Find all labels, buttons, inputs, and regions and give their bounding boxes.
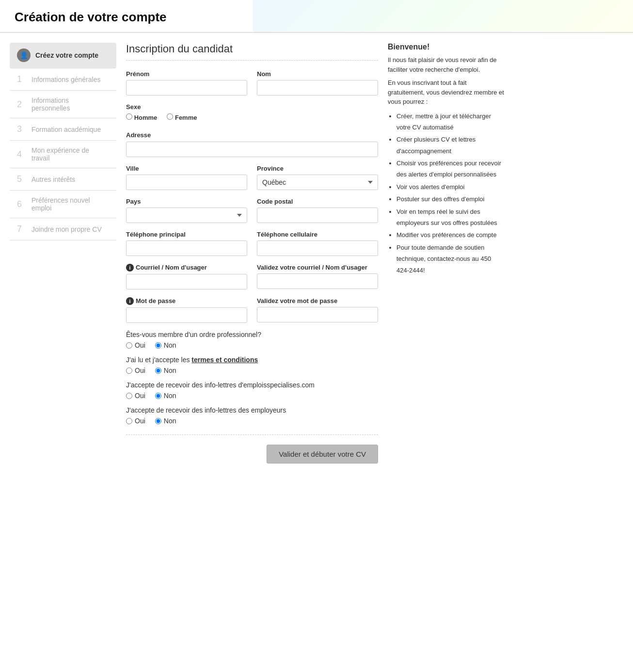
courriel-input[interactable] [126, 274, 247, 289]
sexe-radio-group: Homme Femme [126, 113, 378, 124]
password-group: iMot de passe [126, 297, 247, 323]
courriel-confirm-input[interactable] [257, 273, 378, 289]
province-select[interactable]: Québec Ontario Alberta Colombie-Britanni… [257, 175, 378, 190]
sidebar-item-create-account[interactable]: 👤 Créez votre compte [10, 43, 116, 68]
termes-non[interactable]: Non [155, 367, 176, 374]
infolettres-employeurs-oui[interactable]: Oui [126, 417, 145, 425]
form-title: Inscription du candidat [126, 43, 378, 61]
infolettres-emplois-non-input[interactable] [155, 393, 161, 399]
bullet-4: Voir vos alertes d'emploi [396, 181, 504, 192]
password-confirm-label: Validez votre mot de passe [257, 297, 378, 304]
infolettres-employeurs-oui-input[interactable] [126, 418, 132, 424]
tel-cellulaire-input[interactable] [257, 240, 378, 256]
sidebar-item-personal-info[interactable]: 2 Informations personnelles [10, 91, 116, 118]
right-panel-intro2: En vous inscrivant tout à fait gratuitem… [388, 78, 504, 107]
sidebar-item-label-7: Joindre mon propre CV [32, 225, 102, 233]
sidebar-item-label-6: Préférences nouvel emploi [32, 196, 109, 212]
bullet-6: Voir en temps réel le suivi des employeu… [396, 206, 504, 229]
sexe-group: Sexe Homme Femme [126, 103, 378, 124]
sidebar-item-label-5: Autres intérêts [32, 176, 75, 183]
courriel-group: iCourriel / Nom d'usager [126, 264, 247, 289]
prenom-input[interactable] [126, 80, 247, 96]
sidebar-item-interests[interactable]: 5 Autres intérêts [10, 168, 116, 191]
pays-label: Pays [126, 198, 247, 205]
password-row: iMot de passe Validez votre mot de passe [126, 297, 378, 323]
bullet-3: Choisir vos préférences pour recevoir de… [396, 158, 504, 180]
infolettres-emplois-oui[interactable]: Oui [126, 392, 145, 400]
infolettres-employeurs-non-label: Non [164, 417, 176, 425]
step-num-1: 1 [17, 74, 27, 84]
infolettres-employeurs-non-input[interactable] [155, 418, 161, 424]
ordre-pro-oui-input[interactable] [126, 342, 132, 349]
infolettres-emplois-question: J'accepte de recevoir des info-lettres d… [126, 381, 378, 389]
ordre-pro-oui[interactable]: Oui [126, 341, 145, 349]
right-panel-title: Bienvenue! [388, 43, 504, 51]
prenom-nom-row: Prénom Nom [126, 70, 378, 96]
right-panel-intro1: Il nous fait plaisir de vous revoir afin… [388, 55, 504, 74]
sidebar-item-label-2: Informations personnelles [32, 96, 109, 112]
bullet-5: Postuler sur des offres d'emploi [396, 193, 504, 205]
termes-oui-label: Oui [135, 367, 145, 374]
prenom-group: Prénom [126, 70, 247, 96]
sidebar-item-general-info[interactable]: 1 Informations générales [10, 68, 116, 91]
termes-link[interactable]: termes et conditions [191, 356, 258, 364]
ville-label: Ville [126, 165, 247, 172]
codepostal-group: Code postal [257, 198, 378, 223]
courriel-confirm-label: Validez votre courriel / Nom d'usager [257, 264, 378, 271]
sidebar-item-cv[interactable]: 7 Joindre mon propre CV [10, 218, 116, 240]
pays-select[interactable]: Canada France Belgique Suisse États-Unis [126, 208, 247, 223]
nom-input[interactable] [257, 80, 378, 96]
password-confirm-input[interactable] [257, 307, 378, 322]
step-num-5: 5 [17, 174, 27, 184]
courriel-row: iCourriel / Nom d'usager Validez votre c… [126, 264, 378, 289]
sidebar: 👤 Créez votre compte 1 Informations géné… [10, 43, 116, 464]
infolettres-emplois-non-label: Non [164, 392, 176, 400]
infolettres-employeurs-radio-row: Oui Non [126, 417, 378, 425]
info-icon-courriel: i [126, 264, 134, 272]
termes-oui[interactable]: Oui [126, 367, 145, 374]
sidebar-item-prefs[interactable]: 6 Préférences nouvel emploi [10, 191, 116, 218]
termes-block: J'ai lu et j'accepte les termes et condi… [126, 356, 378, 374]
infolettres-employeurs-non[interactable]: Non [155, 417, 176, 425]
password-input[interactable] [126, 307, 247, 323]
step-num-3: 3 [17, 124, 27, 134]
radio-femme[interactable]: Femme [167, 113, 197, 121]
ville-input[interactable] [126, 175, 247, 190]
tel-principal-input[interactable] [126, 240, 247, 256]
step-num-4: 4 [17, 149, 27, 160]
step-num-2: 2 [17, 99, 27, 110]
ville-group: Ville [126, 165, 247, 190]
radio-femme-input[interactable] [167, 113, 173, 120]
termes-radio-row: Oui Non [126, 367, 378, 374]
homme-label: Homme [134, 114, 158, 121]
sidebar-item-academic[interactable]: 3 Formation académique [10, 118, 116, 141]
radio-homme-input[interactable] [126, 113, 132, 120]
bullet-8: Pour toute demande de soutien technique,… [396, 242, 504, 276]
radio-homme[interactable]: Homme [126, 113, 157, 121]
submit-button[interactable]: Valider et débuter votre CV [267, 445, 378, 464]
bullet-2: Créer plusieurs CV et lettres d'accompag… [396, 134, 504, 157]
femme-label: Femme [175, 114, 197, 121]
courriel-label: iCourriel / Nom d'usager [126, 264, 247, 272]
sidebar-item-label-create: Créez votre compte [35, 51, 98, 59]
infolettres-emplois-non[interactable]: Non [155, 392, 176, 400]
termes-non-label: Non [164, 367, 176, 374]
ordre-pro-non-label: Non [164, 341, 176, 349]
adresse-group: Adresse [126, 131, 378, 157]
sidebar-item-work-exp[interactable]: 4 Mon expérience de travail [10, 141, 116, 168]
pays-group: Pays Canada France Belgique Suisse États… [126, 198, 247, 223]
ordre-pro-non[interactable]: Non [155, 341, 176, 349]
termes-question-text: J'ai lu et j'accepte les termes et condi… [126, 356, 378, 364]
ordre-pro-radio-row: Oui Non [126, 341, 378, 349]
termes-non-input[interactable] [155, 368, 161, 374]
infolettres-emplois-oui-label: Oui [135, 392, 145, 400]
nom-label: Nom [257, 70, 378, 78]
tel-principal-group: Téléphone principal [126, 231, 247, 256]
codepostal-input[interactable] [257, 208, 378, 223]
infolettres-emplois-oui-input[interactable] [126, 393, 132, 399]
infolettres-employeurs-question: J'accepte de recevoir des info-lettres d… [126, 406, 378, 414]
ordre-pro-non-input[interactable] [155, 342, 161, 349]
tel-cellulaire-label: Téléphone cellulaire [257, 231, 378, 238]
adresse-input[interactable] [126, 142, 378, 157]
termes-oui-input[interactable] [126, 368, 132, 374]
